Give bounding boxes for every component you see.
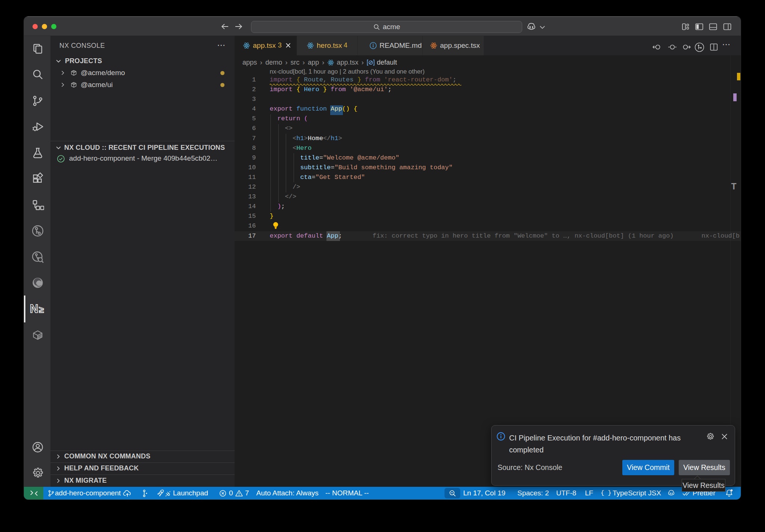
svg-text:≥: ≥	[39, 304, 44, 315]
svg-text:N: N	[30, 302, 38, 315]
